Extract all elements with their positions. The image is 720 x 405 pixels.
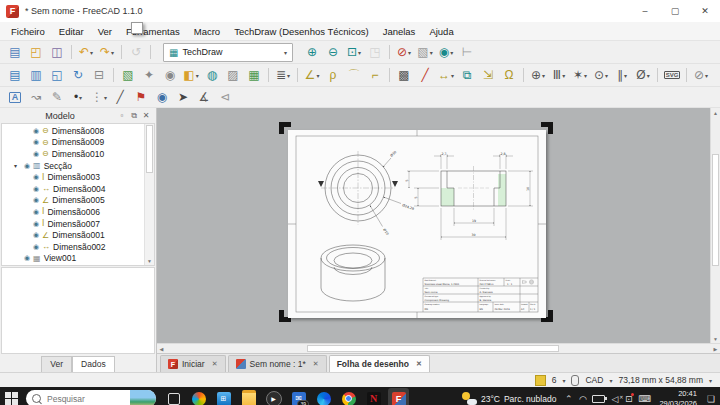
edit-flag-button[interactable]: ⚑ — [131, 88, 151, 106]
repair-dimension-tool-button[interactable]: ⌐ — [365, 66, 385, 84]
chevron-down-icon[interactable]: ▾ — [609, 377, 612, 384]
tree-item-dimens-o010[interactable]: ◉⊖Dimensão010 — [2, 148, 154, 160]
taskbar-search[interactable] — [26, 390, 156, 405]
radius-dimension-tool-button[interactable]: ρ — [323, 66, 343, 84]
taskbar-netflix-button[interactable]: N — [363, 388, 384, 405]
extension-tools-button[interactable]: ✶▾ — [570, 66, 590, 84]
selected-face-left[interactable] — [441, 188, 454, 206]
check-geometry-button[interactable]: ∡ — [194, 88, 214, 106]
tree-item-dimens-o003[interactable]: ◉ⅠDimensão003 — [2, 171, 154, 183]
clip-group-button[interactable]: ◧▾ — [181, 66, 201, 84]
keyboard-icon[interactable]: ⌨ — [638, 394, 651, 404]
taskbar-media-player-button[interactable]: ▶ — [263, 388, 284, 405]
menu-techdraw-desenhos-t-cnicos[interactable]: TechDraw (Desenhos Técnicos) — [227, 24, 375, 39]
zoom-tools-button[interactable]: ◉▾ — [436, 43, 456, 61]
spreadsheet-view-button[interactable]: ▦ — [244, 66, 264, 84]
horizontal-scrollbar-thumb[interactable] — [307, 345, 559, 352]
horizontal-scrollbar[interactable]: ◀ ▶ — [157, 343, 720, 353]
drawing-viewport[interactable]: Ø30 Ø24,29 Ø19 — [157, 108, 720, 343]
redo-button[interactable]: ↷▾ — [97, 43, 117, 61]
scroll-right-icon[interactable]: ▶ — [711, 344, 720, 353]
diameter-label-inner[interactable]: Ø19 — [382, 228, 389, 236]
scroll-up-icon[interactable]: ▲ — [711, 108, 720, 117]
maximize-button[interactable]: ▢ — [660, 0, 690, 22]
draw-style-button[interactable]: ⊡▾ — [344, 43, 364, 61]
visibility-toggle-button[interactable]: ◉ — [152, 88, 172, 106]
balloon-annotation-button[interactable]: ◍ — [202, 66, 222, 84]
open-document-button[interactable]: ◰ — [26, 43, 46, 61]
tree-item-dimens-o008[interactable]: ◉⊖Dimensão008 — [2, 125, 154, 137]
close-tab-icon[interactable]: ✕ — [313, 360, 319, 368]
tree-scrollbar-thumb[interactable] — [146, 125, 153, 173]
navigation-style[interactable]: CAD — [585, 375, 603, 385]
dock-overlay-icon[interactable]: ⧉ — [128, 111, 140, 121]
selected-face-right[interactable] — [498, 174, 506, 206]
active-view-button[interactable]: ◉ — [160, 66, 180, 84]
menu-ficheiro[interactable]: Ficheiro — [4, 24, 52, 39]
volume-muted-icon[interactable]: ◁ — [610, 394, 619, 404]
close-tab-icon[interactable]: ✕ — [416, 360, 422, 368]
tree-item-dimens-o006[interactable]: ◉ⅠDimensão006 — [2, 206, 154, 218]
cosmetic-line-button[interactable]: ╱ — [110, 88, 130, 106]
line-width-value[interactable]: 6 — [552, 375, 557, 385]
tree-item-sec-o[interactable]: ▾◉▥Secção — [2, 160, 154, 172]
export-svg-button[interactable]: SVG — [662, 66, 682, 84]
print-button[interactable]: ⊟ — [89, 66, 109, 84]
new-page-from-template-button[interactable]: ▥ — [26, 66, 46, 84]
scroll-down-icon[interactable]: ▼ — [145, 256, 154, 265]
toggle-frames-button[interactable]: ⊘▾ — [691, 66, 711, 84]
undo-button[interactable]: ↶▾ — [76, 43, 96, 61]
surface-finish-symbol-button[interactable]: Ω — [499, 66, 519, 84]
standard-views-button[interactable]: ▧▾ — [415, 43, 435, 61]
new-document-button[interactable]: ▤ — [5, 43, 25, 61]
vertical-scrollbar-thumb[interactable] — [712, 154, 719, 266]
dock-close-icon[interactable]: ✕ — [140, 111, 152, 120]
chevron-down-icon[interactable]: ▾ — [709, 377, 712, 384]
close-button[interactable]: ✕ — [690, 0, 720, 22]
taskbar-freecad-button[interactable]: F — [388, 388, 409, 405]
taskbar-chrome-button[interactable] — [338, 388, 359, 405]
tab-sem-nome[interactable]: Sem nome : 1*✕ — [228, 355, 327, 372]
scroll-down-icon[interactable]: ▼ — [711, 334, 720, 343]
hidden-icons-icon[interactable]: ⌃ — [564, 394, 573, 404]
line-color-swatch-icon[interactable] — [535, 375, 546, 386]
tree-scrollbar[interactable]: ▼ — [144, 124, 154, 265]
sync-selection-button[interactable]: ◳ — [365, 43, 385, 61]
menu-ferramentas[interactable]: Ferramentas — [119, 24, 187, 39]
extend-line-button[interactable]: ↔▾ — [436, 66, 456, 84]
battery-icon[interactable] — [592, 395, 605, 403]
select-tool-button[interactable]: ➤ — [173, 88, 193, 106]
new-default-page-button[interactable]: ▤ — [5, 66, 25, 84]
chevron-down-icon[interactable]: ▾ — [562, 377, 565, 384]
insert-view-button[interactable]: ▧ — [118, 66, 138, 84]
notification-center-icon[interactable]: ❏ — [707, 394, 715, 404]
start-button[interactable] — [5, 392, 19, 405]
stop-operation-button[interactable]: ⊘▾ — [394, 43, 414, 61]
parallel-line-tools-button[interactable]: ∥▾ — [612, 66, 632, 84]
taskbar-task-view-button[interactable] — [163, 388, 184, 405]
drawing-page[interactable]: Ø30 Ø24,29 Ø19 — [288, 130, 546, 318]
rich-text-annotation-button[interactable]: ✎ — [47, 88, 67, 106]
vertical-scrollbar[interactable]: ▲ ▼ — [710, 108, 720, 343]
workbench-selector[interactable]: ▦ TechDraw ▾ — [163, 43, 293, 62]
taskbar-clock[interactable]: 20:41 29/03/2026 — [659, 389, 697, 405]
tab-folha-de-desenho[interactable]: Folha de desenho✕ — [329, 355, 430, 372]
cosmetic-vertex-tools-button[interactable]: •▾ — [68, 88, 88, 106]
minimize-button[interactable]: – — [630, 0, 660, 22]
center-mark-tools-button[interactable]: ⊕▾ — [528, 66, 548, 84]
cosmetic-line-red-button[interactable]: ╱ — [415, 66, 435, 84]
panel-tab-ver[interactable]: Ver — [41, 356, 72, 372]
diameter-label-middle[interactable]: Ø24,29 — [402, 203, 415, 211]
tree-item-view001[interactable]: ◉▦View001 — [2, 253, 154, 265]
show-all-button[interactable]: ⊲ — [215, 88, 235, 106]
taskbar-edge-button[interactable] — [313, 388, 334, 405]
diameter-label-outer[interactable]: Ø30 — [389, 150, 397, 158]
section-view[interactable]: 2,7 2,8 5 5 10 19 30 — [405, 152, 534, 241]
menu-editar[interactable]: Editar — [52, 24, 91, 39]
redraw-page-button[interactable]: ◱ — [47, 66, 67, 84]
taskbar-copilot-button[interactable] — [188, 388, 209, 405]
tree-item-dimens-o001[interactable]: ◉∠Dimensão001 — [2, 229, 154, 241]
taskbar-file-explorer-button[interactable] — [238, 388, 259, 405]
zoom-in-button[interactable]: ⊕ — [302, 43, 322, 61]
isometric-view[interactable] — [321, 245, 385, 301]
